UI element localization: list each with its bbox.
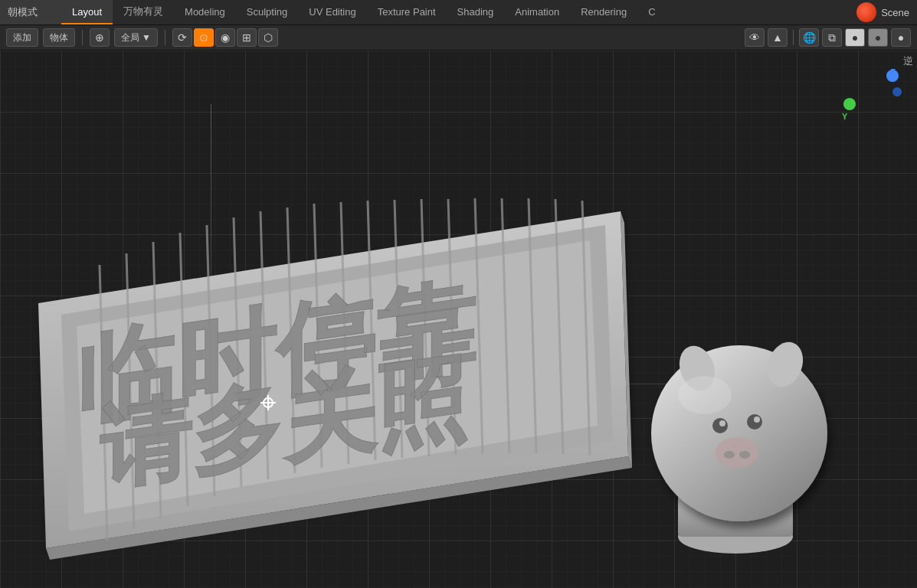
mode-button[interactable]: 朝模式 [0, 0, 61, 24]
magnet-icon[interactable]: ⊙ [194, 28, 214, 47]
window-icon[interactable]: ⧉ [822, 28, 842, 47]
global-scope-group: 全局 ▼ [114, 28, 158, 47]
tab-layout[interactable]: Layout [61, 0, 113, 24]
snap-tools: ⟳ ⊙ ◉ ⊞ ⬡ [172, 28, 278, 47]
globe-icon[interactable]: 🌐 [799, 28, 819, 47]
3d-viewport[interactable]: 临时停靠 请多关照 逆 [0, 51, 917, 588]
second-toolbar: 添加 物体 ⊕ 全局 ▼ ⟳ ⊙ ◉ ⊞ ⬡ 👁 ▲ 🌐 ⧉ ● ● ● [0, 25, 917, 51]
transform-icon[interactable]: ⊕ [90, 28, 110, 47]
dropdown-arrow-icon: ▼ [142, 32, 151, 43]
separator-3 [793, 30, 794, 45]
scene-svg: 临时停靠 请多关照 [0, 51, 917, 588]
object-button[interactable]: 物体 [43, 28, 75, 47]
svg-point-39 [678, 376, 732, 414]
gizmo-sphere: Z Y [840, 66, 902, 127]
separator-1 [82, 30, 83, 45]
svg-point-34 [716, 437, 758, 468]
add-button[interactable]: 添加 [6, 28, 38, 47]
viewport-corner-label: 逆 [903, 54, 913, 68]
cursor-vertical [267, 395, 269, 410]
tab-texture-paint[interactable]: Texture Paint [367, 0, 447, 24]
top-navigation-bar: 朝模式 Layout 万物有灵 Modeling Sculpting UV Ed… [0, 0, 917, 25]
sphere-icon[interactable]: ● [845, 28, 865, 47]
svg-point-29 [651, 345, 827, 521]
3d-cursor [260, 395, 276, 410]
viewport-shading-icon[interactable]: ▲ [768, 28, 788, 47]
gizmo-z-label: Z [890, 67, 896, 77]
render-icon[interactable] [856, 2, 876, 22]
tab-rendering[interactable]: Rendering [570, 0, 637, 24]
svg-point-30 [712, 418, 728, 433]
global-dropdown[interactable]: 全局 ▼ [114, 28, 158, 47]
transform-tools: ⊕ [90, 28, 110, 47]
gizmo-y-label: Y [842, 112, 847, 121]
view-settings-icon[interactable]: 👁 [745, 28, 765, 47]
viewport-gizmo[interactable]: Z Y [840, 66, 902, 127]
rendered-icon[interactable]: ● [891, 28, 911, 47]
tab-shading[interactable]: Shading [447, 0, 505, 24]
svg-point-36 [739, 451, 750, 459]
tab-uv-editing[interactable]: UV Editing [298, 0, 366, 24]
snap-icon[interactable]: ⟳ [172, 28, 192, 47]
tab-c[interactable]: C [637, 0, 666, 24]
scene-label: Scene [881, 7, 909, 18]
svg-point-31 [747, 414, 762, 430]
material-sphere-icon[interactable]: ● [868, 28, 888, 47]
overlay-icon[interactable]: ⊞ [237, 28, 257, 47]
tab-sculpting[interactable]: Sculpting [236, 0, 298, 24]
octagon-icon[interactable]: ⬡ [258, 28, 278, 47]
svg-point-32 [719, 420, 725, 426]
tab-modeling[interactable]: Modeling [174, 0, 236, 24]
gizmo-z2-dot [892, 87, 902, 96]
tab-wanwuyoling[interactable]: 万物有灵 [113, 0, 174, 24]
proportional-icon[interactable]: ◉ [215, 28, 235, 47]
svg-point-33 [754, 416, 760, 423]
tab-animation[interactable]: Animation [504, 0, 570, 24]
svg-point-35 [724, 451, 735, 459]
gizmo-y-dot[interactable] [843, 98, 856, 110]
separator-2 [165, 30, 165, 45]
